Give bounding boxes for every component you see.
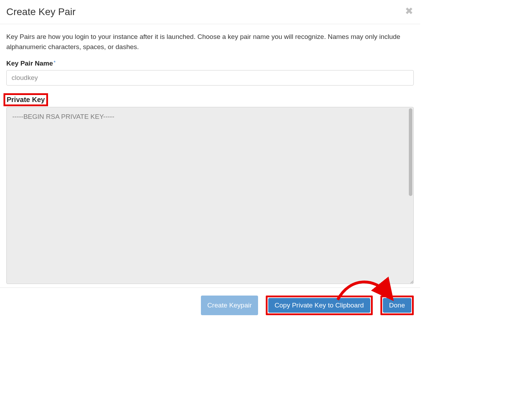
required-star-icon: * <box>54 60 55 65</box>
keypair-name-input[interactable] <box>6 70 414 86</box>
copy-button-highlight: Copy Private Key to Clipboard <box>266 296 373 315</box>
private-key-label-highlight: Private Key <box>4 93 48 106</box>
private-key-textarea-wrap: -----BEGIN RSA PRIVATE KEY----- <box>6 107 414 284</box>
description-text: Key Pairs are how you login to your inst… <box>6 32 414 52</box>
modal-title: Create Key Pair <box>6 6 76 18</box>
private-key-textarea[interactable]: -----BEGIN RSA PRIVATE KEY----- <box>6 107 414 284</box>
create-keypair-button[interactable]: Create Keypair <box>201 296 258 315</box>
modal-body: Key Pairs are how you login to your inst… <box>0 24 420 287</box>
done-button[interactable]: Done <box>383 298 411 313</box>
close-icon[interactable]: ✖ <box>405 6 414 16</box>
modal-footer: Create Keypair Copy Private Key to Clipb… <box>0 287 420 324</box>
keypair-name-label: Key Pair Name <box>6 60 53 67</box>
modal-header: Create Key Pair ✖ <box>0 0 420 24</box>
private-key-label: Private Key <box>7 96 45 103</box>
copy-private-key-button[interactable]: Copy Private Key to Clipboard <box>268 298 370 313</box>
done-button-highlight: Done <box>380 296 414 315</box>
